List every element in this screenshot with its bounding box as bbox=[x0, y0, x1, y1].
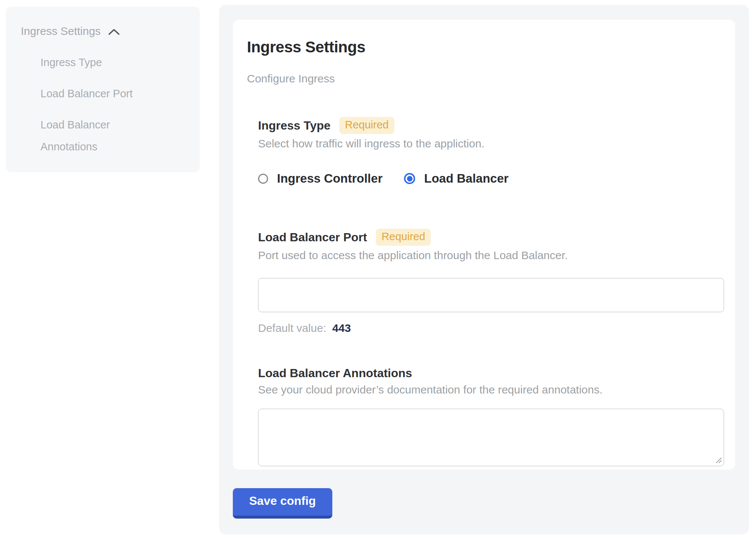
default-value-row: Default value: 443 bbox=[258, 322, 724, 334]
load-balancer-port-input[interactable] bbox=[258, 278, 724, 312]
ingress-type-radio-group: Ingress Controller Load Balancer bbox=[258, 172, 724, 186]
ingress-type-label: Ingress Type bbox=[258, 119, 330, 133]
sidebar-item-load-balancer-annotations[interactable]: Load Balancer Annotations bbox=[40, 114, 163, 158]
sidebar-section-toggle[interactable]: Ingress Settings bbox=[21, 20, 189, 42]
ingress-settings-card: Ingress Settings Configure Ingress Ingre… bbox=[233, 20, 735, 470]
field-load-balancer-annotations: Load Balancer Annotations See your cloud… bbox=[258, 366, 724, 466]
default-value: 443 bbox=[332, 322, 351, 334]
field-load-balancer-port: Load Balancer Port Required Port used to… bbox=[258, 229, 724, 334]
load-balancer-annotations-textarea[interactable] bbox=[258, 409, 724, 466]
sidebar-item-load-balancer-port[interactable]: Load Balancer Port bbox=[40, 83, 163, 105]
ingress-type-label-row: Ingress Type Required bbox=[258, 117, 724, 134]
page-title: Ingress Settings bbox=[247, 38, 724, 56]
annotations-textarea-wrap bbox=[258, 409, 724, 466]
default-value-label: Default value: bbox=[258, 322, 326, 334]
port-label-row: Load Balancer Port Required bbox=[258, 229, 724, 246]
save-config-button[interactable]: Save config bbox=[233, 488, 332, 519]
page-subtitle: Configure Ingress bbox=[247, 72, 724, 85]
load-balancer-annotations-label: Load Balancer Annotations bbox=[258, 366, 412, 380]
chevron-up-icon bbox=[108, 28, 120, 36]
sidebar-item-ingress-type[interactable]: Ingress Type bbox=[40, 52, 163, 74]
sidebar-section-title: Ingress Settings bbox=[21, 25, 101, 37]
load-balancer-annotations-description: See your cloud provider’s documentation … bbox=[258, 383, 724, 396]
radio-label-load-balancer: Load Balancer bbox=[424, 172, 508, 186]
radio-option-ingress-controller[interactable]: Ingress Controller bbox=[258, 172, 382, 186]
fields-container: Ingress Type Required Select how traffic… bbox=[258, 117, 724, 466]
radio-option-load-balancer[interactable]: Load Balancer bbox=[404, 172, 508, 186]
sidebar-items: Ingress Type Load Balancer Port Load Bal… bbox=[21, 52, 189, 158]
required-badge: Required bbox=[376, 229, 431, 246]
annotations-label-row: Load Balancer Annotations bbox=[258, 366, 724, 380]
load-balancer-port-description: Port used to access the application thro… bbox=[258, 249, 724, 262]
radio-selected-icon[interactable] bbox=[404, 173, 415, 184]
radio-label-ingress-controller: Ingress Controller bbox=[277, 172, 382, 186]
radio-unselected-icon[interactable] bbox=[258, 174, 268, 184]
load-balancer-port-label: Load Balancer Port bbox=[258, 231, 367, 244]
settings-sidebar: Ingress Settings Ingress Type Load Balan… bbox=[6, 7, 200, 172]
required-badge: Required bbox=[339, 117, 394, 134]
radio-dot bbox=[407, 176, 413, 182]
main-panel: Ingress Settings Configure Ingress Ingre… bbox=[219, 5, 749, 535]
ingress-type-description: Select how traffic will ingress to the a… bbox=[258, 137, 724, 150]
field-ingress-type: Ingress Type Required Select how traffic… bbox=[258, 117, 724, 186]
